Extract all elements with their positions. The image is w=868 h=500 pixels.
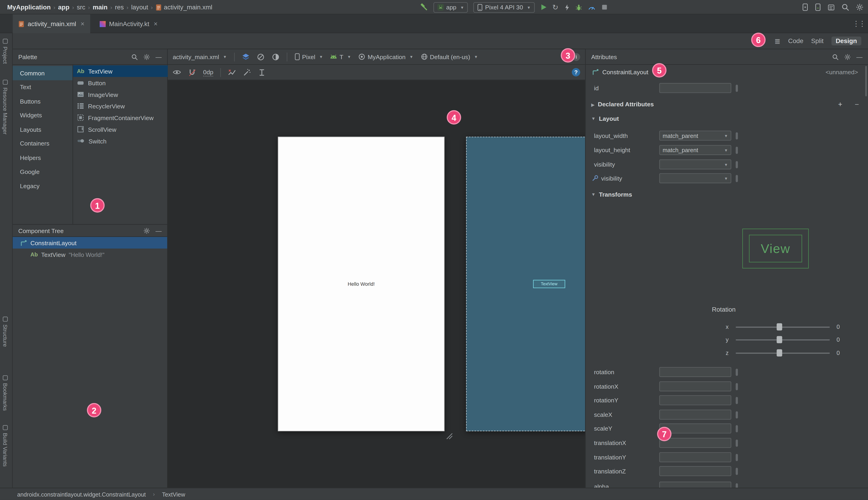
api-version-select[interactable]: T ▼ <box>330 53 351 60</box>
remove-attribute-icon[interactable]: − <box>855 100 859 109</box>
clear-constraints-icon[interactable] <box>228 69 236 76</box>
palette-category-layouts[interactable]: Layouts <box>13 122 73 137</box>
search-icon[interactable] <box>131 53 138 60</box>
hello-world-text[interactable]: Hello World! <box>278 281 444 287</box>
slider-track[interactable] <box>736 327 830 328</box>
tab-activity-main-xml[interactable]: activity_main.xml × <box>13 14 90 33</box>
rotation-input[interactable] <box>659 367 731 377</box>
alpha-input[interactable] <box>659 482 731 488</box>
palette-item-imageview[interactable]: ImageView <box>73 89 168 100</box>
palette-category-google[interactable]: Google <box>13 165 73 179</box>
tool-window-build-variants[interactable]: Build Variants <box>2 425 9 467</box>
tool-window-resource-manager[interactable]: Resource Manager <box>2 80 9 135</box>
tools-visibility-select[interactable]: ▼ <box>659 173 731 183</box>
declared-attributes-row[interactable]: ▶ Declared Attributes + − <box>586 99 868 111</box>
resource-flag[interactable] <box>736 383 738 390</box>
slider-thumb[interactable] <box>777 349 782 356</box>
breadcrumb-src[interactable]: src <box>77 4 85 11</box>
tree-row-textview[interactable]: Ab TextView "Hello World!" <box>13 249 167 260</box>
device-for-preview-select[interactable]: Pixel ▼ <box>294 53 323 60</box>
apply-changes-button[interactable]: ↻ <box>552 3 558 11</box>
night-mode-icon[interactable] <box>272 53 279 61</box>
visibility-select[interactable]: ▼ <box>659 159 731 169</box>
breadcrumb-main[interactable]: main <box>93 4 107 11</box>
palette-item-button[interactable]: Button <box>73 77 168 89</box>
mode-design-button[interactable]: Design <box>831 36 861 45</box>
tool-window-structure[interactable]: Structure <box>2 317 9 347</box>
breadcrumb-app[interactable]: app <box>58 4 69 11</box>
profiler-button[interactable] <box>588 4 595 11</box>
apply-code-changes-button[interactable] <box>564 4 569 11</box>
tab-main-activity-kt[interactable]: MainActivity.kt × <box>94 14 163 33</box>
breadcrumb-res[interactable]: res <box>115 4 124 11</box>
stop-button[interactable] <box>601 4 608 11</box>
resource-flag[interactable] <box>736 397 738 404</box>
gear-icon[interactable] <box>144 227 150 234</box>
device-manager-icon[interactable] <box>815 3 821 11</box>
debug-button[interactable] <box>575 4 582 11</box>
search-icon[interactable] <box>832 53 839 60</box>
search-icon[interactable] <box>842 3 849 11</box>
mode-code-button[interactable]: Code <box>788 37 803 44</box>
resource-flag[interactable] <box>736 147 738 154</box>
id-input[interactable] <box>659 83 731 93</box>
palette-item-recyclerview[interactable]: RecyclerView <box>73 100 168 112</box>
layout-width-select[interactable]: match_parent ▼ <box>659 130 731 140</box>
view-options-eye-icon[interactable] <box>173 69 181 76</box>
breadcrumb-layout[interactable]: layout <box>131 4 148 11</box>
tab-overflow-icon[interactable]: ⋮⋮ <box>853 20 865 28</box>
breadcrumb-project[interactable]: MyApplication <box>7 4 50 11</box>
resource-flag[interactable] <box>736 175 738 182</box>
translationx-input[interactable] <box>659 438 731 448</box>
orientation-icon[interactable] <box>256 53 264 61</box>
translationz-input[interactable] <box>659 466 731 476</box>
layout-file-select[interactable]: activity_main.xml ▼ <box>173 53 227 60</box>
pack-align-icon[interactable] <box>258 68 266 76</box>
design-view-surface[interactable]: Hello World! <box>278 137 445 431</box>
resource-flag[interactable] <box>736 369 738 376</box>
palette-category-common[interactable]: Common <box>13 66 73 80</box>
editor-menu-icon[interactable]: ≣ <box>774 37 780 45</box>
logcat-icon[interactable] <box>828 4 835 11</box>
rotationy-input[interactable] <box>659 395 731 405</box>
minimize-icon[interactable]: — <box>156 227 162 234</box>
tool-window-bookmarks[interactable]: Bookmarks <box>2 375 9 411</box>
scalex-input[interactable] <box>659 410 731 420</box>
transforms-section-header[interactable]: ▼Transforms <box>586 189 868 202</box>
layout-height-select[interactable]: match_parent ▼ <box>659 145 731 155</box>
status-breadcrumb-node[interactable]: TextView <box>162 491 185 498</box>
palette-category-helpers[interactable]: Helpers <box>13 150 73 165</box>
blueprint-textview-widget[interactable]: TextView <box>533 280 565 288</box>
run-config-select[interactable]: app ▼ <box>434 2 468 12</box>
resource-flag[interactable] <box>736 468 738 475</box>
mode-split-button[interactable]: Split <box>811 37 824 44</box>
palette-category-legacy[interactable]: Legacy <box>13 179 73 193</box>
gear-icon[interactable] <box>844 53 851 60</box>
resource-flag[interactable] <box>736 411 738 418</box>
palette-category-buttons[interactable]: Buttons <box>13 94 73 109</box>
slider-thumb[interactable] <box>777 323 782 330</box>
autoconnect-off-magnet-icon[interactable] <box>188 68 196 76</box>
minimize-icon[interactable]: — <box>156 53 162 60</box>
infer-constraints-wand-icon[interactable] <box>243 68 251 76</box>
resource-flag[interactable] <box>736 85 738 92</box>
resource-flag[interactable] <box>736 425 738 432</box>
palette-item-scrollview[interactable]: ScrollView <box>73 124 168 135</box>
resource-flag[interactable] <box>736 161 738 168</box>
tree-row-constraintlayout[interactable]: ConstraintLayout <box>13 237 167 249</box>
gear-icon[interactable] <box>144 53 150 60</box>
help-icon[interactable]: ? <box>572 68 580 76</box>
translationy-input[interactable] <box>659 452 731 462</box>
default-margins-button[interactable]: 0dp <box>203 68 213 76</box>
palette-category-containers[interactable]: Containers <box>13 136 73 150</box>
palette-category-text[interactable]: Text <box>13 80 73 94</box>
palette-item-switch[interactable]: Switch <box>73 135 168 147</box>
rotationx-input[interactable] <box>659 381 731 391</box>
resource-flag[interactable] <box>736 483 738 488</box>
tab-close-icon[interactable]: × <box>154 20 158 28</box>
slider-track[interactable] <box>736 339 830 341</box>
slider-track[interactable] <box>736 353 830 354</box>
tool-window-project[interactable]: Project <box>2 39 9 64</box>
design-surface-select-icon[interactable] <box>242 53 250 60</box>
run-button[interactable] <box>540 4 547 11</box>
